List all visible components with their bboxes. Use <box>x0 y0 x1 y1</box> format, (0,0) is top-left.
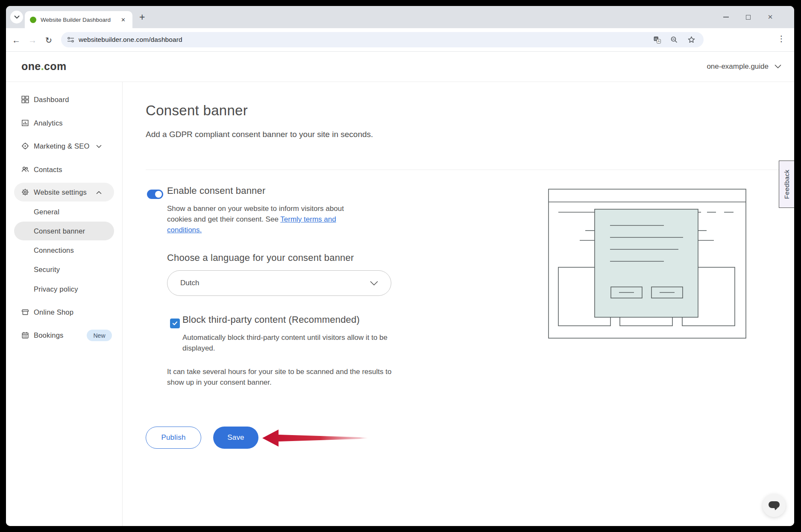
language-selected-value: Dutch <box>180 279 199 287</box>
svg-text:A: A <box>657 39 660 43</box>
sidebar-item-label: Contacts <box>34 166 62 174</box>
sidebar-item-label: Marketing & SEO <box>34 142 89 150</box>
logo-text: one <box>21 60 41 72</box>
chat-bubble-icon <box>768 501 780 511</box>
sidebar-item-label: Consent banner <box>34 227 85 235</box>
block-third-party-checkbox[interactable] <box>170 319 180 328</box>
feedback-tab[interactable]: Feedback <box>779 161 794 208</box>
dashboard-grid-icon <box>21 96 29 103</box>
logo-text: com <box>44 60 67 72</box>
block-third-party-label: Block third-party content (Recommended) <box>182 314 360 325</box>
tab-search-button[interactable] <box>10 11 23 23</box>
account-domain: one-example.guide <box>707 62 769 71</box>
sidebar-item-online-shop[interactable]: Online Shop <box>6 303 123 322</box>
chevron-down-icon <box>370 281 378 286</box>
account-selector[interactable]: one-example.guide <box>707 62 781 71</box>
sidebar-item-label: General <box>34 208 59 216</box>
logo-dot: . <box>41 60 44 72</box>
sidebar-item-label: Security <box>34 266 60 274</box>
main-content: Consent banner Add a GDPR compliant cons… <box>123 82 794 526</box>
sidebar-item-marketing-seo[interactable]: Marketing & SEO <box>6 137 123 155</box>
window-close-button[interactable]: ✕ <box>759 6 781 28</box>
chevron-up-icon <box>96 191 102 194</box>
sidebar-item-bookings[interactable]: Bookings New <box>6 326 123 345</box>
browser-window: Website Builder Dashboard ✕ + ✕ ← → ↻ we… <box>6 6 794 526</box>
tab-title: Website Builder Dashboard <box>41 17 115 23</box>
language-select[interactable]: Dutch <box>167 270 391 296</box>
page-subtitle: Add a GDPR compliant consent banner to y… <box>146 130 373 139</box>
section-divider <box>146 170 780 170</box>
publish-button[interactable]: Publish <box>146 427 201 449</box>
toggle-knob <box>155 191 162 198</box>
sidebar-item-label: Connections <box>34 246 74 254</box>
app-header: one.com one-example.guide <box>6 52 794 82</box>
sidebar-item-analytics[interactable]: Analytics <box>6 114 123 132</box>
sidebar-item-label: Online Shop <box>34 308 73 316</box>
address-bar[interactable]: websitebuilder.one.com/dashboard GA <box>61 32 704 47</box>
page-title: Consent banner <box>146 102 248 119</box>
sidebar-item-label: Bookings <box>34 331 63 339</box>
zoom-out-icon[interactable] <box>668 33 681 46</box>
sidebar-item-contacts[interactable]: Contacts <box>6 160 123 179</box>
enable-consent-label: Enable consent banner <box>167 185 265 196</box>
reload-button[interactable]: ↻ <box>43 34 55 46</box>
gear-icon <box>21 188 29 196</box>
tab-close-icon[interactable]: ✕ <box>119 16 127 24</box>
feedback-label: Feedback <box>783 170 790 199</box>
sidebar-item-consent-banner[interactable]: Consent banner <box>6 222 123 240</box>
consent-banner-illustration <box>548 189 746 339</box>
save-button[interactable]: Save <box>213 427 258 449</box>
translate-icon[interactable]: GA <box>651 33 663 46</box>
new-tab-button[interactable]: + <box>139 12 145 23</box>
chevron-down-icon <box>96 145 102 148</box>
sidebar-item-label: Dashboard <box>34 96 69 104</box>
sidebar-item-label: Privacy policy <box>34 285 78 293</box>
check-icon <box>172 321 178 326</box>
url-text[interactable]: websitebuilder.one.com/dashboard <box>79 36 646 44</box>
window-maximize-button[interactable] <box>737 6 759 28</box>
sidebar-item-label: Website settings <box>34 188 87 196</box>
calendar-icon <box>21 331 29 339</box>
browser-toolbar: ← → ↻ websitebuilder.one.com/dashboard G… <box>6 28 794 52</box>
browser-tab[interactable]: Website Builder Dashboard ✕ <box>25 11 132 28</box>
minimize-icon <box>723 17 729 18</box>
window-minimize-button[interactable] <box>715 6 737 28</box>
sidebar-item-connections[interactable]: Connections <box>6 241 123 260</box>
one-com-logo: one.com <box>21 60 67 73</box>
sidebar-item-privacy-policy[interactable]: Privacy policy <box>6 280 123 298</box>
site-info-tune-icon[interactable] <box>67 37 74 43</box>
forward-button[interactable]: → <box>26 34 38 46</box>
chevron-down-icon <box>14 15 20 19</box>
browser-menu-button[interactable]: ⋮ <box>775 34 787 44</box>
new-badge: New <box>87 330 112 341</box>
sidebar-item-website-settings[interactable]: Website settings <box>6 183 123 202</box>
block-third-party-description: Automatically block third-party content … <box>182 332 398 354</box>
tab-strip: Website Builder Dashboard ✕ + ✕ <box>6 6 794 28</box>
chevron-down-icon <box>775 64 781 69</box>
bookmark-star-icon[interactable] <box>685 33 698 46</box>
maximize-icon <box>746 15 751 20</box>
chat-launcher-button[interactable] <box>763 494 786 517</box>
sidebar-item-label: Analytics <box>34 119 63 127</box>
sidebar-item-dashboard[interactable]: Dashboard <box>6 90 123 109</box>
scan-note: It can take several hours for your site … <box>167 366 406 388</box>
enable-consent-toggle[interactable] <box>147 190 163 199</box>
tab-favicon <box>30 17 36 23</box>
target-icon <box>21 142 29 150</box>
enable-consent-description: Show a banner on your website to inform … <box>167 203 369 235</box>
sidebar-item-general[interactable]: General <box>6 202 123 221</box>
analytics-chart-icon <box>21 119 29 127</box>
annotation-arrow <box>261 428 369 448</box>
storefront-icon <box>21 308 29 316</box>
sidebar: Dashboard Analytics Marketing & SEO Cont… <box>6 82 123 526</box>
back-button[interactable]: ← <box>10 34 22 46</box>
sidebar-item-security[interactable]: Security <box>6 260 123 279</box>
people-icon <box>21 166 29 173</box>
language-label: Choose a language for your consent banne… <box>167 252 354 263</box>
